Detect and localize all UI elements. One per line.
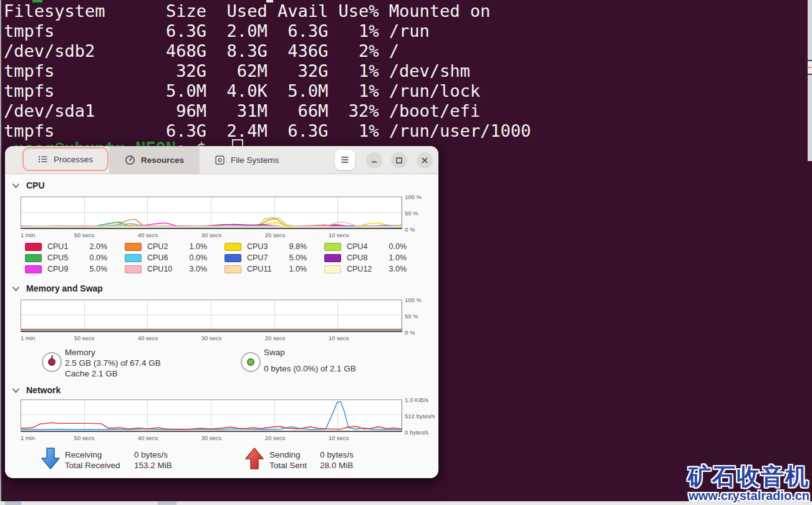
cpu-usage-value: 5.0%	[289, 253, 307, 262]
cpu-name: CPU7	[247, 253, 268, 262]
axis-tick-label: 30 secs	[201, 434, 222, 441]
cpu-legend-item: CPU21.0%	[125, 242, 225, 251]
cpu-usage-value: 9.8%	[289, 242, 307, 251]
axis-tick-label: 1 min	[21, 335, 35, 341]
cpu-legend-item: CPU75.0%	[225, 253, 324, 262]
cpu-name: CPU10	[147, 265, 172, 273]
cpu-color-swatch[interactable]	[125, 254, 142, 262]
cpu-usage-value: 0.0%	[90, 253, 108, 262]
close-button[interactable]	[417, 152, 433, 169]
network-x-axis-labels: 1 min50 secs40 secs30 secs20 secs10 secs	[21, 434, 402, 442]
memory-collapse-chevron-icon[interactable]	[12, 286, 20, 292]
axis-tick-label: 50 secs	[74, 335, 95, 341]
axis-tick-label: 512 bytes/s	[405, 413, 435, 419]
tab-label: Processes	[54, 155, 93, 164]
axis-tick-label: 1 min	[21, 232, 35, 238]
axis-tick-label: 40 secs	[138, 232, 158, 238]
axis-tick-label: 1.0 KiB/s	[405, 396, 428, 403]
axis-tick-label: 10 secs	[329, 434, 349, 441]
axis-tick-label: 50 %	[405, 210, 418, 217]
axis-tick-label: 40 secs	[138, 335, 158, 341]
cpu-color-swatch[interactable]	[25, 254, 42, 262]
memory-y-axis-labels: 100 %50 %0 %	[405, 300, 438, 332]
axis-tick-label: 30 secs	[201, 232, 222, 238]
cpu-legend: CPU12.0%CPU21.0%CPU39.8%CPU40.0%CPU50.0%…	[25, 242, 424, 273]
tab-file-systems[interactable]: File Systems	[207, 146, 313, 174]
scrollbar-thumb[interactable]	[808, 60, 812, 75]
minimize-button[interactable]	[366, 152, 382, 169]
cpu-name: CPU11	[247, 265, 271, 273]
cpu-color-swatch[interactable]	[125, 243, 142, 251]
receiving-rate: 0 bytes/s	[134, 449, 172, 460]
cpu-name: CPU6	[147, 253, 168, 262]
cpu-color-swatch[interactable]	[25, 243, 42, 251]
tab-processes[interactable]: Processes	[22, 147, 109, 171]
network-graph	[21, 400, 402, 432]
primary-menu-button[interactable]	[334, 149, 355, 170]
bottom-edge-segment	[5, 501, 21, 505]
cpu-color-swatch[interactable]	[225, 243, 241, 251]
sending-label: Sending	[269, 449, 307, 460]
memory-cache-value: Cache 2.1 GB	[65, 368, 161, 379]
memory-pie-icon	[42, 352, 62, 372]
cpu-section-title: CPU	[26, 180, 45, 190]
window-header[interactable]: Processes Resources File Systems	[5, 146, 438, 174]
terminal-left-border	[0, 0, 1, 501]
desktop-screen: Filesystem Size Used Avail Use% Mounted …	[0, 0, 812, 505]
cpu-color-swatch[interactable]	[225, 254, 241, 262]
close-icon	[421, 157, 428, 164]
sending-values: 0 bytes/s 28.0 MiB	[320, 449, 354, 471]
receiving-labels: Receiving Total Received	[65, 449, 120, 471]
axis-tick-label: 10 secs	[329, 232, 349, 238]
axis-tick-label: 100 %	[405, 297, 422, 303]
cpu-name: CPU5	[47, 253, 68, 262]
sending-labels: Sending Total Sent	[269, 449, 307, 471]
swap-label: Swap	[264, 347, 356, 358]
cpu-usage-value: 3.0%	[190, 265, 208, 273]
watermark: 矿石收音机 www.crystalradio.cn	[688, 465, 810, 503]
memory-graph	[21, 300, 402, 332]
cpu-color-swatch[interactable]	[25, 265, 42, 273]
axis-tick-label: 50 secs	[74, 232, 95, 238]
axis-tick-label: 1 min	[21, 434, 35, 441]
terminal-output[interactable]: Filesystem Size Used Avail Use% Mounted …	[4, 1, 531, 141]
cpu-legend-item: CPU81.0%	[324, 253, 424, 262]
cpu-color-swatch[interactable]	[125, 265, 142, 273]
cpu-legend-item: CPU111.0%	[225, 265, 324, 273]
maximize-button[interactable]	[391, 152, 407, 169]
cpu-name: CPU8	[347, 253, 367, 262]
cpu-color-swatch[interactable]	[324, 243, 341, 251]
cpu-y-axis-labels: 100 %50 %0 %	[405, 197, 438, 229]
cpu-legend-item: CPU39.8%	[225, 242, 324, 251]
cpu-color-swatch[interactable]	[324, 265, 341, 273]
swap-value: 0 bytes (0.0%) of 2.1 GB	[264, 363, 356, 374]
sending-up-arrow-icon	[245, 448, 264, 469]
cpu-usage-value: 0.0%	[389, 242, 407, 251]
axis-tick-label: 20 secs	[265, 232, 286, 238]
memory-label: Memory	[65, 347, 161, 358]
total-received-value: 153.2 MiB	[134, 460, 172, 471]
cpu-name: CPU9	[47, 265, 68, 273]
bottom-edge-segment	[158, 501, 176, 505]
watermark-chinese-text: 矿石收音机	[688, 465, 810, 489]
disk-icon	[215, 155, 225, 165]
cpu-usage-value: 1.0%	[190, 242, 208, 251]
cpu-graph	[21, 197, 402, 229]
cpu-collapse-chevron-icon[interactable]	[12, 183, 20, 189]
system-monitor-window: Processes Resources File Systems	[5, 146, 438, 478]
tab-label: File Systems	[231, 155, 279, 165]
network-collapse-chevron-icon[interactable]	[12, 388, 20, 394]
axis-tick-label: 50 %	[405, 313, 418, 320]
tab-resources[interactable]: Resources	[109, 146, 200, 174]
cpu-usage-value: 1.0%	[289, 265, 307, 273]
total-sent-label: Total Sent	[269, 460, 307, 471]
cpu-color-swatch[interactable]	[225, 265, 241, 273]
cpu-name: CPU3	[247, 242, 268, 251]
cpu-color-swatch[interactable]	[324, 254, 341, 262]
minimize-icon	[370, 157, 378, 164]
hamburger-icon	[340, 155, 350, 164]
cpu-usage-value: 5.0%	[90, 265, 108, 273]
memory-value: 2.5 GB (3.7%) of 67.4 GB	[65, 358, 161, 368]
swap-stats: Swap 0 bytes (0.0%) of 2.1 GB	[264, 347, 356, 374]
cpu-usage-value: 2.0%	[90, 242, 108, 251]
